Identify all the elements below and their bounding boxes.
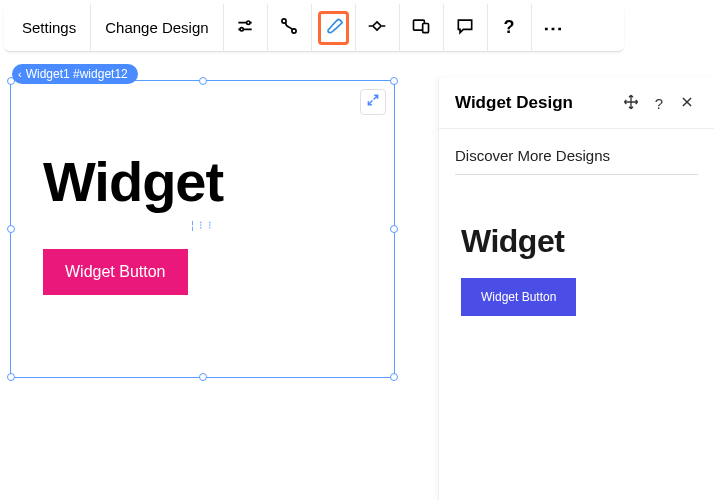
comment-icon <box>455 16 475 40</box>
panel-header: Widget Design ? <box>439 78 714 129</box>
preview-button: Widget Button <box>461 278 576 316</box>
design-preview-card[interactable]: Widget Widget Button <box>451 205 702 342</box>
resize-handle[interactable] <box>390 373 398 381</box>
resize-handle[interactable] <box>199 373 207 381</box>
expand-button[interactable] <box>360 89 386 115</box>
panel-subtitle: Discover More Designs <box>455 147 698 175</box>
resize-handle[interactable] <box>7 225 15 233</box>
more-icon: ⋯ <box>543 16 565 40</box>
panel-section: Discover More Designs <box>439 129 714 181</box>
panel-title: Widget Design <box>455 93 614 113</box>
connector-icon <box>279 16 299 40</box>
sliders-icon <box>235 16 255 40</box>
selected-widget-frame[interactable]: Widget ¦ ⁝ ⁝ Widget Button <box>10 80 395 378</box>
help-icon: ? <box>504 17 515 38</box>
close-icon <box>680 95 694 112</box>
chevron-left-icon: ‹ <box>18 68 22 80</box>
resize-handle[interactable] <box>199 77 207 85</box>
diamond-stretch-icon <box>367 16 387 40</box>
resize-handle[interactable] <box>390 225 398 233</box>
change-design-button[interactable]: Change Design <box>91 4 223 51</box>
brush-icon <box>323 16 343 40</box>
move-panel-button[interactable] <box>620 92 642 114</box>
spacing-guide: ¦ ⁝ ⁝ <box>191 219 213 232</box>
widget-button[interactable]: Widget Button <box>43 249 188 295</box>
devices-icon <box>411 16 431 40</box>
svg-point-0 <box>247 21 250 24</box>
settings-button[interactable]: Settings <box>8 4 91 51</box>
resize-handle[interactable] <box>390 77 398 85</box>
help-icon: ? <box>655 95 663 112</box>
preview-heading: Widget <box>461 223 692 260</box>
toolbar: Settings Change Design ? <box>4 4 624 52</box>
more-button[interactable]: ⋯ <box>532 4 576 51</box>
close-panel-button[interactable] <box>676 92 698 114</box>
stretch-button[interactable] <box>356 4 400 51</box>
design-brush-button[interactable] <box>312 4 356 51</box>
svg-point-1 <box>240 27 243 30</box>
breadcrumb[interactable]: ‹ Widget1 #widget12 <box>12 64 138 84</box>
expand-icon <box>366 93 380 111</box>
move-icon <box>623 94 639 113</box>
animation-button[interactable] <box>268 4 312 51</box>
breadcrumb-label: Widget1 #widget12 <box>26 67 128 81</box>
resize-handle[interactable] <box>7 373 15 381</box>
responsive-button[interactable] <box>400 4 444 51</box>
filters-button[interactable] <box>224 4 268 51</box>
widget-design-panel: Widget Design ? Discover More Designs Wi… <box>438 78 714 500</box>
widget-heading[interactable]: Widget <box>43 149 223 214</box>
svg-rect-5 <box>423 23 429 32</box>
panel-help-button[interactable]: ? <box>648 92 670 114</box>
comment-button[interactable] <box>444 4 488 51</box>
help-button[interactable]: ? <box>488 4 532 51</box>
